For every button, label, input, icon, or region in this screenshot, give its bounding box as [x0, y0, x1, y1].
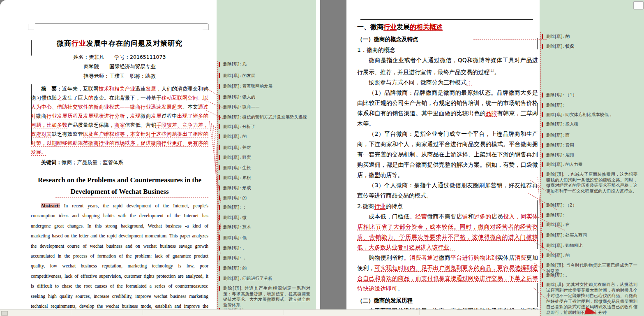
- text-segment: [1]: [489, 69, 494, 72]
- balloon-deleted-text: 着互联网的发展: [242, 84, 273, 88]
- sub-sub-heading: 1．微商的概念: [357, 44, 538, 55]
- balloon-label: 删除[琪]:: [546, 132, 566, 137]
- balloon-label: 删除[琪]:: [546, 44, 566, 49]
- page-1-content[interactable]: 微商行业发展中存在的问题及对策研究姓名：樊非凡 学号：20165111073商学…: [31, 0, 208, 309]
- inserted-text: 消费: [515, 254, 526, 261]
- balloon-deleted-text: 的: [566, 34, 570, 39]
- balloon-label: 删除[琪]:: [546, 112, 566, 117]
- vertical-scrollbar-button[interactable]: [633, 1, 644, 9]
- abstract-en: Abstract: In recent years, the rapid dev…: [31, 201, 208, 309]
- deletion-balloon[interactable]: 删除[琪]: （2）: [546, 202, 637, 208]
- scrollbar-thumb[interactable]: [1, 311, 8, 316]
- deletion-balloon[interactable]: 删除[琪]: 当今时代购物货比三家已经成为了一种常态: [546, 263, 637, 274]
- deletion-balloon[interactable]: 删除[琪]: 野蛮: [223, 155, 310, 160]
- text-segment: 微商: [36, 113, 46, 119]
- deletion-balloon[interactable]: 删除[琪]: ，也减去了店面装修费用，这为想要赚钱的人们找到一条低投资的赚钱之路…: [546, 172, 637, 194]
- deletion-balloon[interactable]: 删除[琪]: 同实体店相比成本较低，: [546, 112, 637, 118]
- text-segment: In recent years, the rapid development o…: [31, 203, 208, 309]
- deletion-balloon[interactable]: 删除[琪]: 面: [546, 132, 637, 138]
- inserted-text: 行业发展历程及发展现状进行分析: [46, 113, 125, 119]
- deletion-balloon[interactable]: 删除[琪]: 、: [223, 245, 310, 251]
- text-segment: 姓名：樊非凡 学号：20165111073: [74, 54, 166, 60]
- deletion-balloon[interactable]: 删除[琪]: 微商——: [223, 104, 310, 110]
- text-segment: 按照参与方式不同，微商分为三种模式: [369, 79, 466, 86]
- deletion-balloon[interactable]: 删除[琪]:: [546, 102, 637, 108]
- text-segment: 实体店: [497, 254, 515, 261]
- deletion-balloon[interactable]: 删除[琪]: ，: [223, 255, 310, 261]
- body-paragraph: 由于互联网的迅速发展，淘宝、京东等网络购物迅速兴起。淘宝和京东平台的款式多样化可…: [357, 306, 538, 309]
- body-paragraph: 购物便利省时。消费者通过微商平台进行购物比到实体店消费更加便利，可实现短时间内、…: [357, 253, 538, 294]
- deletion-balloon[interactable]: 删除[琪]: 的: [546, 34, 637, 40]
- deletion-balloon[interactable]: 删除[琪]: 投入租: [546, 121, 637, 127]
- deletion-balloon[interactable]: 删除[琪]: 购物相比: [546, 243, 637, 249]
- inserted-text: 。经营: [410, 213, 427, 220]
- balloon-label: 删除[琪]:: [546, 272, 566, 277]
- text-segment: 微商: [141, 113, 151, 119]
- deletion-balloon[interactable]: 删除[琪]: 并追其产生的根源制定一系列对策：寻求高质量货源，增加信誉、提高微商…: [223, 286, 310, 308]
- balloon-deleted-text: 微信的营销方式并且发展势头迅速: [242, 114, 307, 119]
- deletion-balloon[interactable]: 删除[琪]: 强大的: [223, 94, 310, 100]
- text-segment: （2）平台微商：是指企业专门成立一个平台，上连品牌商和生产商，下连商家和个人，商…: [357, 130, 538, 178]
- deletion-balloon[interactable]: 删除[琪]:: [546, 212, 637, 218]
- balloon-label: 删除[琪]:: [546, 172, 566, 177]
- inserted-text: 过多的: [474, 213, 492, 220]
- deletion-balloon[interactable]: 删除[琪]: 的发展: [223, 73, 310, 79]
- text-segment: 的特点: [385, 203, 403, 209]
- body-paragraph: 按照参与方式不同，微商分为三种模式：: [357, 77, 538, 88]
- text-segment: 发生了巨大: [62, 95, 88, 101]
- body-paragraph: 微商是指企业或者个人通过微信，QQ和微博等媒体工具对产品进行展示、推荐，并且进行…: [357, 55, 538, 77]
- deletion-balloon[interactable]: 删除[琪]: 处买东西问: [546, 232, 637, 238]
- sub-sub-heading: 2.微商行业的特点: [357, 201, 538, 211]
- deletion-balloon[interactable]: 删除[琪]: 低: [223, 235, 310, 241]
- deletion-balloon[interactable]: 删除[琪]: 技术: [223, 224, 310, 230]
- text-segment: 。本文: [182, 104, 198, 110]
- deletion-balloon[interactable]: 删除[琪]: 状况: [546, 44, 637, 49]
- deletion-balloon[interactable]: 删除[琪]: 生长: [223, 165, 310, 171]
- revision-connector-line: [217, 61, 218, 311]
- scrollbar-divider: [419, 310, 420, 315]
- balloon-label: 删除[琪]:: [223, 114, 242, 119]
- balloon-deleted-text: ：: [242, 204, 247, 209]
- deletion-balloon[interactable]: 删除[琪]: 雇佣: [546, 152, 637, 158]
- page-2-content[interactable]: 一、微商行业发展的相关概述（一）微商的概念及特点1．微商的概念微商是指企业或者个…: [357, 0, 538, 309]
- text-segment: （3）个人微商：是指个人通过微信朋友圈刷屏营销，好友推荐再宣传等进行商品交易的模…: [357, 182, 538, 199]
- balloon-label: 删除[琪]:: [223, 185, 242, 190]
- page-2: 一、微商行业发展的相关概述（一）微商的概念及特点1．微商的概念微商是指企业或者个…: [346, 0, 540, 309]
- subsection-heading: （一）微商的概念及特点: [357, 34, 538, 44]
- deletion-balloon[interactable]: 删除[琪]: 微信的营销方式并且发展势头迅速: [223, 114, 310, 120]
- deletion-balloon[interactable]: 删除[琪]: 微: [223, 215, 310, 221]
- balloon-deleted-text: （2）: [566, 202, 577, 207]
- text-segment: （二）微商的发展历程: [357, 297, 413, 304]
- balloon-deleted-text: 强大的: [242, 94, 256, 99]
- horizontal-scrollbar[interactable]: [0, 309, 540, 316]
- balloon-label: 删除[琪]:: [223, 104, 242, 109]
- deletion-balloon[interactable]: 删除[琪]: 并对: [223, 145, 310, 151]
- deletion-balloon[interactable]: 删除[琪]: 在: [546, 222, 637, 228]
- balloon-deleted-text: 投入租: [566, 121, 579, 126]
- body-paragraph: 成本低，门槛低。经营微商不需要店铺和过多的店员投入，同实体店相比节省了大部分资金…: [357, 211, 538, 253]
- deletion-balloon[interactable]: 删除[琪]: 的: [546, 253, 637, 258]
- deletion-balloon[interactable]: 删除[琪]: 的: [223, 134, 310, 139]
- balloon-label: 删除[琪]:: [546, 121, 566, 126]
- balloon-deleted-text: 的: [242, 195, 247, 200]
- deletion-balloon[interactable]: 删除[琪]: ：: [223, 204, 310, 210]
- text-segment: 一、微商: [357, 23, 383, 31]
- deletion-balloon[interactable]: 删除[琪]: 着互联网的发展: [223, 84, 310, 89]
- deletion-balloon[interactable]: 删除[琪]: 分析了: [223, 124, 310, 130]
- deletion-balloon[interactable]: 删除[琪]: 的: [223, 265, 310, 271]
- revision-connector-line: [540, 32, 541, 316]
- deletion-balloon[interactable]: 删除[琪]: 的: [223, 195, 310, 201]
- balloon-deleted-text: 微: [242, 215, 247, 220]
- deletion-balloon[interactable]: 删除[琪]: （1）: [546, 92, 637, 98]
- deletion-balloon[interactable]: 删除[琪]: 。: [546, 272, 637, 278]
- balloon-label: 删除[琪]:: [223, 134, 242, 139]
- deletion-balloon[interactable]: 删除[琪]: 累积: [223, 175, 310, 181]
- deletion-balloon[interactable]: 删除[琪]: 问题进行了分析: [223, 276, 310, 281]
- deletion-balloon[interactable]: 删除[琪]: 几: [223, 61, 310, 67]
- balloon-deleted-text: 状况: [566, 44, 574, 49]
- deletion-balloon[interactable]: 删除[琪]: 的人力费: [546, 162, 637, 167]
- text-segment: ，: [125, 113, 130, 119]
- text-segment: 2.微商: [357, 203, 374, 209]
- deletion-balloon[interactable]: 删除[琪]: 形成: [223, 185, 310, 191]
- deletion-balloon[interactable]: 删除[琪]: 费用: [546, 142, 637, 148]
